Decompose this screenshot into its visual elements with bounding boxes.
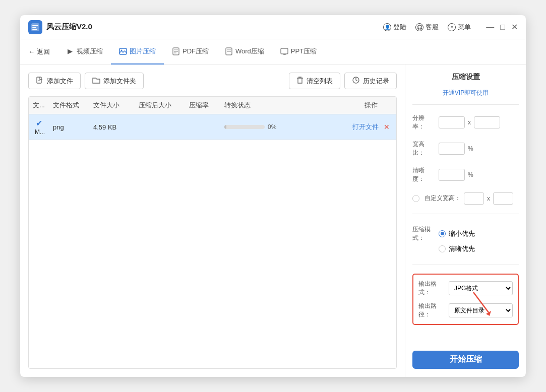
maximize-button[interactable]: □: [500, 23, 505, 31]
row-format: png: [49, 123, 89, 131]
mode-option1-row: 缩小优先: [439, 229, 475, 238]
arrow-container: [412, 330, 519, 342]
output-section: 输出格式： JPG格式 PNG格式 WEBP格式 输出路径： 原文件目录 自定义…: [412, 274, 519, 325]
mode-shrink-label: 缩小优先: [449, 229, 475, 238]
mode-option2-row: 清晰优先: [412, 244, 519, 253]
login-icon: 👤: [383, 23, 391, 31]
output-path-label: 输出路径：: [418, 302, 445, 319]
red-arrow-icon: [468, 290, 499, 320]
row-status: 0%: [220, 123, 346, 130]
delete-row-button[interactable]: ✕: [384, 123, 390, 131]
clarity-label: 清晰度：: [412, 166, 436, 183]
mode-clear-radio[interactable]: [439, 245, 446, 252]
header-format: 文件格式: [49, 101, 89, 110]
custom-width-input[interactable]: [464, 192, 484, 205]
width-ratio-input[interactable]: [439, 143, 465, 155]
service-icon: 🎧: [415, 23, 423, 31]
clarity-unit: %: [468, 171, 473, 178]
custom-size-row: 自定义宽高： x: [412, 192, 519, 205]
check-icon: ✔: [36, 119, 42, 127]
custom-x: x: [487, 195, 490, 202]
history-icon: [352, 76, 360, 86]
width-ratio-label: 宽高比：: [412, 140, 436, 157]
clear-list-button[interactable]: 清空列表: [289, 73, 340, 89]
menu-action[interactable]: ≡ 菜单: [448, 23, 471, 32]
app-logo: [28, 20, 42, 34]
custom-size-label: 自定义宽高：: [424, 194, 461, 203]
divider-2: [412, 214, 519, 214]
svg-rect-1: [32, 25, 38, 26]
open-file-link[interactable]: 打开文件: [352, 122, 379, 132]
video-tab-icon: ▶: [66, 47, 74, 55]
mode-shrink-radio[interactable]: [439, 230, 446, 237]
vip-link[interactable]: 开通VIP即可使用: [412, 89, 519, 97]
row-action: 打开文件 ✕: [346, 122, 396, 132]
content-area: 添加文件 添加文件夹 清空列表: [20, 64, 405, 377]
resolution-x: x: [468, 119, 471, 126]
login-action[interactable]: 👤 登陆: [383, 23, 406, 32]
svg-rect-3: [32, 29, 37, 30]
table-row: ✔ M... png 4.59 KB: [29, 114, 396, 140]
add-folder-icon: [92, 77, 100, 85]
trash-icon: [296, 76, 304, 86]
toolbar: 添加文件 添加文件夹 清空列表: [28, 73, 397, 89]
svg-rect-2: [32, 27, 36, 28]
progress-bar: [224, 125, 265, 129]
tab-word[interactable]: Word压缩: [217, 39, 272, 64]
header-action: 操作: [346, 101, 396, 110]
width-ratio-row: 宽高比： %: [412, 140, 519, 157]
custom-height-input[interactable]: [493, 192, 513, 205]
ppt-tab-icon: [280, 47, 288, 55]
main-window: 风云压缩V2.0 👤 登陆 🎧 客服 ≡ 菜单 — □ ✕ ← 返: [20, 15, 526, 377]
add-file-button[interactable]: 添加文件: [28, 73, 81, 89]
main-content: 添加文件 添加文件夹 清空列表: [20, 64, 526, 377]
header-size: 文件大小: [89, 101, 135, 110]
resolution-height-input[interactable]: [474, 116, 500, 128]
progress-bar-fill: [224, 125, 226, 129]
image-tab-icon: [119, 47, 127, 55]
table-header: 文... 文件格式 文件大小 压缩后大小 压缩率 转换状态: [29, 97, 396, 114]
divider-3: [412, 265, 519, 265]
divider-1: [412, 104, 519, 105]
output-format-label: 输出格式：: [418, 280, 445, 297]
pdf-tab-icon: [172, 47, 180, 55]
mode-section: 压缩模式： 缩小优先 清晰优先: [412, 223, 519, 255]
right-panel: 压缩设置 开通VIP即可使用 分辨率： x 宽高比： % 清晰度： %: [405, 64, 526, 377]
header-ratio: 压缩率: [185, 101, 220, 110]
panel-title: 压缩设置: [412, 73, 519, 82]
tab-pdf[interactable]: PDF压缩: [164, 39, 217, 64]
custom-size-radio: [412, 195, 419, 202]
row-check: ✔ M...: [29, 118, 49, 136]
close-button[interactable]: ✕: [511, 23, 518, 31]
titlebar: 风云压缩V2.0 👤 登陆 🎧 客服 ≡ 菜单 — □ ✕: [20, 15, 526, 39]
header-status: 转换状态: [220, 101, 346, 110]
back-arrow-icon: ←: [28, 48, 35, 55]
tab-video[interactable]: ▶ 视频压缩: [58, 39, 111, 64]
navbar: ← 返回 ▶ 视频压缩 图片压缩 PDF压缩 Word压缩: [20, 39, 526, 64]
add-file-icon: [36, 76, 44, 86]
resolution-label: 分辨率：: [412, 114, 436, 131]
mode-label: 压缩模式：: [412, 225, 436, 242]
back-button[interactable]: ← 返回: [28, 47, 50, 56]
start-compress-button[interactable]: 开始压缩: [412, 351, 519, 369]
row-size: 4.59 KB: [89, 123, 135, 131]
clarity-row: 清晰度： %: [412, 166, 519, 183]
clarity-input[interactable]: [439, 169, 465, 181]
history-button[interactable]: 历史记录: [344, 73, 397, 89]
custom-size-radio-dot[interactable]: [412, 195, 419, 202]
window-controls: — □ ✕: [486, 23, 518, 31]
add-folder-button[interactable]: 添加文件夹: [85, 73, 144, 89]
service-action[interactable]: 🎧 客服: [415, 23, 439, 32]
minimize-button[interactable]: —: [486, 23, 494, 31]
svg-rect-16: [37, 77, 41, 83]
resolution-width-input[interactable]: [439, 116, 465, 128]
tab-ppt[interactable]: PPT压缩: [272, 39, 325, 64]
tab-image[interactable]: 图片压缩: [111, 39, 164, 64]
header-compressed: 压缩后大小: [135, 101, 185, 110]
titlebar-actions: 👤 登陆 🎧 客服 ≡ 菜单 — □ ✕: [383, 23, 518, 32]
header-check: 文...: [29, 101, 49, 110]
width-ratio-unit: %: [468, 145, 473, 152]
table-body: ✔ M... png 4.59 KB: [29, 114, 396, 368]
mode-clear-radio-row: 清晰优先: [439, 244, 475, 253]
svg-line-22: [473, 292, 489, 312]
